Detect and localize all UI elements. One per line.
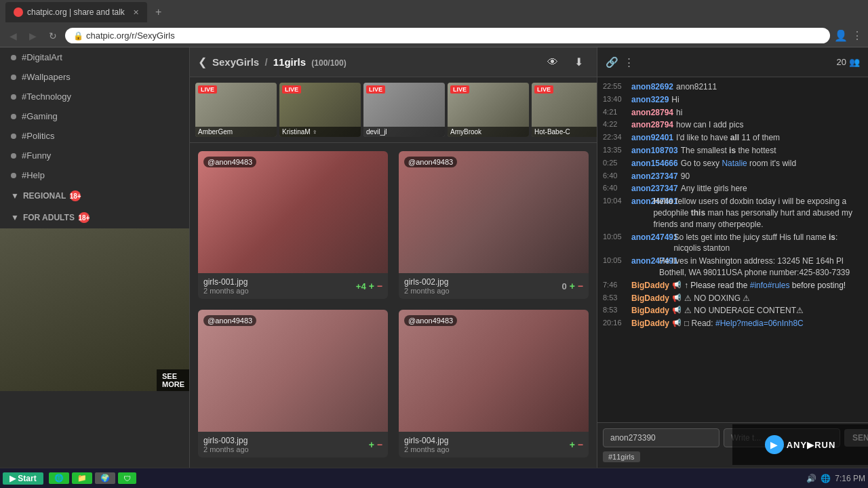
gallery-image-3: @anon49483 [399, 310, 589, 432]
more-options-icon[interactable]: ⋮ [624, 56, 634, 68]
chat-text: anon82111 [676, 81, 717, 93]
regional-section[interactable]: ▼ REGIONAL 18+ [0, 185, 189, 207]
sidebar-item-technology[interactable]: #Technology [0, 87, 189, 106]
chat-username[interactable]: anon247491 [631, 196, 650, 230]
upvote-button-2[interactable]: + [369, 439, 374, 450]
back-nav-button[interactable]: ❮ [198, 56, 207, 68]
browser-tab[interactable]: chatpic.org | share and talk ✕ [5, 2, 147, 22]
chat-time: 0:25 [603, 158, 629, 169]
moderator-icon: 📢 [672, 280, 682, 291]
chat-text: ↑ Please read the #info#rules before pos… [684, 280, 846, 291]
gallery-image-1: @anon49483 [399, 151, 589, 273]
live-card-2[interactable]: LIVE devil_jl [363, 83, 445, 137]
volume-icon[interactable]: 🔊 [806, 474, 816, 483]
browser-menu-icon[interactable]: ⋮ [852, 29, 863, 42]
app-body: #DigitalArt #Wallpapers #Technology #Gam… [0, 47, 868, 468]
chat-username[interactable]: anon28794 [631, 107, 673, 119]
profile-icon[interactable]: 👤 [834, 29, 848, 42]
sidebar-item-label: #Technology [22, 92, 71, 102]
chat-count-number: 20 [837, 57, 846, 67]
upvote-button-3[interactable]: + [570, 439, 575, 450]
downvote-button-3[interactable]: − [578, 439, 583, 450]
sidebar-item-digitalart[interactable]: #DigitalArt [0, 47, 189, 67]
sidebar-item-wallpapers[interactable]: #Wallpapers [0, 67, 189, 87]
main-content: ❮ SexyGirls / 11girls (100/100) 👁 ⬇ LIVE… [190, 47, 597, 468]
downvote-button-0[interactable]: − [377, 281, 382, 291]
gallery-info-1: girls-002.jpg 2 months ago 0 + − [399, 273, 589, 299]
live-card-3[interactable]: LIVE AmyBrook [448, 83, 529, 137]
chat-message-14: 8:53 BigDaddy 📢 ⚠ NO UNDERAGE CONTENT⚠ [603, 305, 863, 317]
chat-time: 10:05 [603, 256, 629, 279]
moderator-icon: 📢 [672, 318, 682, 329]
chat-username[interactable]: anon108703 [631, 145, 678, 157]
chat-message-9: 10:04 anon247491 Hello fellow users of d… [603, 196, 863, 230]
address-bar[interactable]: 🔒 chatpic.org/r/SexyGirls [65, 28, 830, 43]
chat-message-4: 22:34 anon92401 I'd like to have all 11 … [603, 132, 863, 144]
sidebar-item-label: #Politics [22, 131, 54, 141]
chat-username[interactable]: anon82692 [631, 81, 673, 93]
chat-username-input[interactable] [603, 428, 719, 447]
chat-username[interactable]: BigDaddy [631, 305, 669, 317]
live-name-1: KristinaM ♀ [279, 127, 361, 137]
chat-time: 6:40 [603, 171, 629, 182]
gallery-item-3[interactable]: @anon49483 girls-004.jpg 2 months ago + … [399, 310, 589, 458]
gallery-user-label-0: @anon49483 [203, 157, 256, 167]
refresh-button[interactable]: ↻ [45, 29, 61, 43]
chat-username[interactable]: BigDaddy [631, 318, 669, 329]
tab-close-button[interactable]: ✕ [133, 8, 139, 17]
start-button[interactable]: ▶ Start [3, 472, 43, 485]
sidebar-item-label: #Help [22, 170, 45, 180]
chat-tag-11girls[interactable]: #11girls [603, 451, 640, 462]
chat-username[interactable]: anon28794 [631, 119, 673, 131]
chat-username[interactable]: BigDaddy [631, 280, 669, 291]
sidebar-item-help[interactable]: #Help [0, 165, 189, 185]
chat-username[interactable]: BigDaddy [631, 293, 669, 304]
sidebar-item-gaming[interactable]: #Gaming [0, 106, 189, 126]
downvote-button-2[interactable]: − [377, 439, 382, 450]
chat-username[interactable]: anon154666 [631, 158, 678, 169]
live-badge: LIVE [282, 85, 301, 94]
gallery-item-2[interactable]: @anon49483 girls-003.jpg 2 months ago + … [198, 310, 388, 458]
upvote-button-1[interactable]: + [570, 281, 575, 291]
chat-username[interactable]: anon247491 [631, 232, 671, 255]
taskbar-app-folder[interactable]: 📁 [72, 472, 92, 484]
tab-title: chatpic.org | share and talk [27, 7, 125, 17]
taskbar-app-chrome[interactable]: 🌍 [95, 472, 115, 484]
adults-section[interactable]: ▼ FOR ADULTS 18+ [0, 207, 189, 228]
gallery-item-0[interactable]: @anon49483 girls-001.jpg 2 months ago +4… [198, 151, 388, 299]
upvote-button-0[interactable]: + [369, 281, 374, 291]
chat-username[interactable]: anon237347 [631, 171, 678, 182]
chat-time: 4:22 [603, 119, 629, 131]
sidebar-item-politics[interactable]: #Politics [0, 126, 189, 146]
chat-username[interactable]: anon237347 [631, 183, 678, 195]
live-card-0[interactable]: LIVE AmberGem [195, 83, 277, 137]
sidebar-item-funny[interactable]: #Funny [0, 146, 189, 165]
chat-text: ⚠ NO DOXING ⚠ [684, 293, 750, 304]
chat-username[interactable]: anon3229 [631, 94, 669, 106]
chat-username[interactable]: anon247491 [631, 256, 656, 279]
eye-icon[interactable]: 👁 [542, 52, 563, 73]
forward-button[interactable]: ▶ [25, 29, 41, 43]
taskbar-app-security[interactable]: 🛡 [118, 472, 136, 484]
chat-message-15: 20:16 BigDaddy 📢 □ Read: #Help?media=06n… [603, 318, 863, 329]
taskbar-app-ie[interactable]: 🌐 [49, 472, 69, 484]
link-icon[interactable]: 🔗 [606, 56, 618, 68]
new-tab-button[interactable]: + [151, 5, 165, 20]
live-card-1[interactable]: LIVE KristinaM ♀ [279, 83, 361, 137]
live-card-4[interactable]: LIVE Hot-Babe-C [532, 83, 597, 137]
chat-username[interactable]: anon92401 [631, 132, 673, 144]
anyrun-play-icon[interactable]: ▶ [765, 435, 784, 454]
regional-badge: 18+ [70, 190, 81, 201]
back-button[interactable]: ◀ [5, 29, 21, 43]
sidebar-thumbnail[interactable]: SEEMORE [0, 228, 190, 391]
network-icon[interactable]: 🌐 [821, 474, 831, 483]
download-icon[interactable]: ⬇ [568, 52, 589, 73]
gallery-grid: @anon49483 girls-001.jpg 2 months ago +4… [198, 151, 589, 458]
chat-text: ⚠ NO UNDERAGE CONTENT⚠ [684, 305, 804, 317]
anyrun-overlay: ▶ ANY▶RUN [732, 424, 868, 465]
chat-message-1: 13:40 anon3229 Hi [603, 94, 863, 106]
gallery-item-1[interactable]: @anon49483 girls-002.jpg 2 months ago 0 … [399, 151, 589, 299]
taskbar: ▶ Start 🌐 📁 🌍 🛡 🔊 🌐 7:16 PM [0, 468, 868, 488]
downvote-button-1[interactable]: − [578, 281, 583, 291]
see-more-overlay[interactable]: SEEMORE [157, 369, 190, 391]
